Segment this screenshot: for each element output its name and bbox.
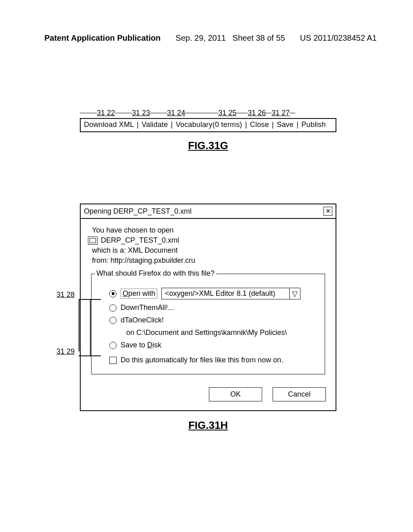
auto-checkbox[interactable] (109, 357, 117, 364)
dtaoneclick-label: dTaOneClick! (121, 316, 164, 324)
header-mid: Sep. 29, 2011 Sheet 38 of 55 (175, 33, 285, 43)
auto-checkbox-label: Do this automatically for files like thi… (121, 356, 283, 364)
header-left: Patent Application Publication (44, 33, 161, 43)
header-right: US 2011/0238452 A1 (300, 33, 377, 43)
dialog-titlebar: Opening DERP_CP_TEST_0.xml ✕ (81, 204, 336, 219)
reference-numeral-row: 31 22 31 23 31 24 31 25 31 26 31 27 (80, 109, 336, 117)
pipe: | (244, 121, 250, 129)
which-is-a: which is a: XML Document (92, 246, 328, 255)
radio-open-with[interactable] (109, 290, 117, 297)
downthemall-label: DownThemAll!... (121, 303, 174, 312)
from-line: from: http://staging.pxbuilder.cru (92, 256, 328, 265)
ok-button[interactable]: OK (209, 387, 262, 401)
vocabulary-link[interactable]: Vocabulary(0 terms) (176, 121, 242, 129)
validate-link[interactable]: Validate (142, 121, 168, 129)
leader-line (79, 299, 79, 351)
page-header: Patent Application Publication Sep. 29, … (44, 33, 377, 43)
ref-3123: 31 23 (132, 109, 150, 117)
open-with-row: Open with <oxygen/>XML Editor 8.1 (defau… (109, 288, 319, 299)
intro-text: You have chosen to open (92, 226, 328, 235)
dialog-title: Opening DERP_CP_TEST_0.xml (84, 207, 192, 216)
ref-3129: 31 29 (56, 347, 75, 356)
open-with-label[interactable]: Open with (121, 289, 157, 299)
file-line: DERP_CP_TEST_0.xml (88, 236, 328, 245)
close-link[interactable]: Close (250, 121, 269, 129)
header-sheet: Sheet 38 of 55 (233, 33, 285, 42)
pipe: | (296, 121, 301, 129)
save-to-disk-label: Save to Disk (121, 341, 161, 349)
open-with-value: <oxygen/>XML Editor 8.1 (default) (161, 288, 290, 299)
downthemall-row: DownThemAll!... (109, 303, 319, 312)
auto-checkbox-row: Do this automatically for files like thi… (109, 356, 319, 364)
close-icon[interactable]: ✕ (323, 207, 332, 216)
open-file-dialog: Opening DERP_CP_TEST_0.xml ✕ You have ch… (80, 204, 336, 411)
save-link[interactable]: Save (277, 121, 294, 129)
document-icon (88, 237, 98, 245)
dtaoneclick-row: dTaOneClick! (109, 316, 319, 324)
ref-3127: 31 27 (271, 109, 290, 117)
download-xml-link[interactable]: Download XML (84, 121, 134, 129)
ref-3122: 31 22 (97, 109, 115, 117)
fieldset-legend: What should Firefox do with this file? (95, 269, 216, 278)
pipe: | (170, 121, 174, 129)
fig-31g-caption: FIG.31G (80, 139, 336, 152)
ref-3124: 31 24 (167, 109, 185, 117)
radio-save-to-disk[interactable] (109, 342, 117, 349)
leader-line (79, 355, 101, 356)
leader-line (90, 299, 91, 355)
radio-downthemall[interactable] (109, 304, 117, 312)
header-date: Sep. 29, 2011 (175, 33, 226, 42)
ref-3128: 31 28 (56, 291, 75, 299)
filename: DERP_CP_TEST_0.xml (101, 236, 179, 245)
dialog-body: You have chosen to open DERP_CP_TEST_0.x… (81, 219, 336, 374)
pipe: | (136, 121, 140, 129)
ref-3126: 31 26 (248, 109, 266, 117)
chevron-down-icon[interactable]: ▽ (290, 288, 300, 299)
ref-3125: 31 25 (218, 109, 236, 117)
fig-31h-caption: FIG.31H (80, 419, 336, 432)
dialog-buttons: OK Cancel (81, 380, 336, 410)
dtaoneclick-path: on C:\Document and Settings\kamnik\My Po… (126, 328, 319, 337)
action-fieldset: What should Firefox do with this file? O… (91, 274, 325, 374)
radio-dtaoneclick[interactable] (109, 317, 117, 324)
pipe: | (271, 121, 275, 129)
publish-link[interactable]: Publish (301, 121, 325, 129)
toolbar: Download XML | Validate | Vocabulary(0 t… (80, 118, 336, 132)
open-with-combo[interactable]: <oxygen/>XML Editor 8.1 (default) ▽ (161, 288, 300, 299)
fig-31h: Opening DERP_CP_TEST_0.xml ✕ You have ch… (80, 204, 336, 432)
cancel-button[interactable]: Cancel (273, 387, 326, 401)
save-to-disk-row: Save to Disk (109, 341, 319, 349)
fig-31g: 31 22 31 23 31 24 31 25 31 26 31 27 Down… (80, 109, 336, 152)
